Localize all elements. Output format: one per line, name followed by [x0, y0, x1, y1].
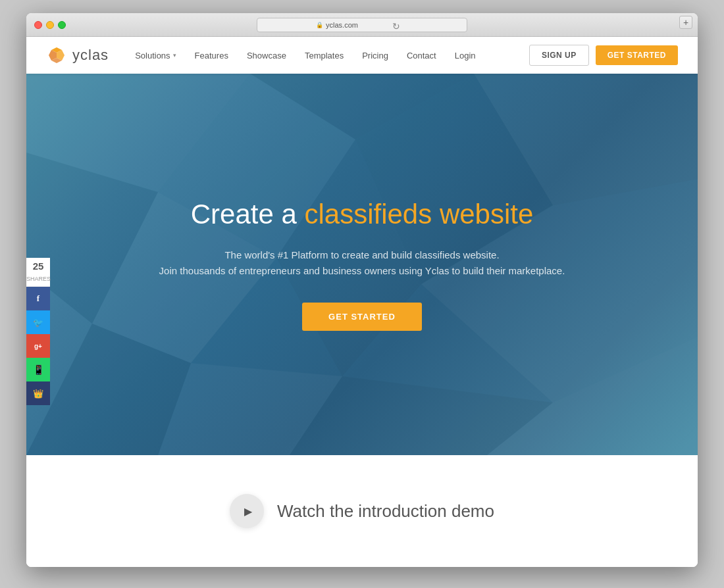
- googleplus-icon: g+: [34, 343, 42, 350]
- browser-window: 🔒 yclas.com ↻ + yclas: [26, 13, 698, 567]
- maximize-button[interactable]: [58, 21, 66, 29]
- hero-section: 25 Shares f 🐦 g+ 📱 👑: [26, 74, 698, 455]
- close-button[interactable]: [34, 21, 42, 29]
- twitter-button[interactable]: 🐦: [26, 310, 50, 334]
- nav-buttons: SIGN UP GET STARTED: [529, 45, 678, 66]
- logo[interactable]: yclas: [46, 45, 109, 66]
- shares-number: 25: [26, 260, 50, 272]
- facebook-icon: f: [37, 293, 39, 304]
- nav-features[interactable]: Features: [195, 51, 228, 61]
- demo-text: Watch the introduction demo: [277, 501, 494, 522]
- demo-section: ▶ Watch the introduction demo: [26, 455, 698, 567]
- facebook-button[interactable]: f: [26, 287, 50, 310]
- twitter-icon: 🐦: [33, 318, 43, 328]
- hero-title-accent: classifieds website: [304, 199, 533, 230]
- browser-titlebar: 🔒 yclas.com ↻ +: [26, 13, 698, 37]
- shares-label: Shares: [26, 276, 51, 282]
- hero-title-before: Create a: [191, 199, 305, 230]
- logo-icon: [46, 45, 67, 66]
- hero-title: Create a classifieds website: [159, 198, 565, 231]
- hero-subtitle-line1: The world's #1 Platform to create and bu…: [224, 249, 499, 260]
- shares-count: 25 Shares: [26, 258, 50, 287]
- address-bar[interactable]: 🔒 yclas.com ↻: [257, 18, 467, 32]
- nav-links: Solutions ▾ Features Showcase Templates …: [135, 51, 529, 61]
- logo-text: yclas: [72, 47, 109, 64]
- whatsapp-icon: 📱: [33, 364, 44, 375]
- whatsapp-button[interactable]: 📱: [26, 358, 50, 381]
- hero-content: Create a classifieds website The world's…: [146, 198, 579, 330]
- hero-subtitle-line2: Join thousands of entrepreneurs and busi…: [159, 265, 565, 276]
- nav-login[interactable]: Login: [455, 51, 476, 61]
- play-button[interactable]: ▶: [230, 494, 264, 528]
- nav-templates[interactable]: Templates: [305, 51, 344, 61]
- getstarted-hero-button[interactable]: GET STARTED: [302, 303, 422, 331]
- dropdown-arrow-icon: ▾: [173, 52, 176, 59]
- traffic-lights: [34, 21, 66, 29]
- nav-contact[interactable]: Contact: [407, 51, 436, 61]
- nav-pricing[interactable]: Pricing: [362, 51, 388, 61]
- nav-showcase[interactable]: Showcase: [247, 51, 286, 61]
- new-tab-button[interactable]: +: [679, 16, 692, 29]
- getstarted-nav-button[interactable]: GET STARTED: [596, 45, 678, 65]
- crown-button[interactable]: 👑: [26, 381, 50, 405]
- webpage: yclas Solutions ▾ Features Showcase Temp…: [26, 37, 698, 567]
- navbar: yclas Solutions ▾ Features Showcase Temp…: [26, 37, 698, 74]
- social-sidebar: 25 Shares f 🐦 g+ 📱 👑: [26, 258, 50, 405]
- hero-subtitle: The world's #1 Platform to create and bu…: [159, 247, 565, 279]
- googleplus-button[interactable]: g+: [26, 334, 50, 358]
- refresh-icon[interactable]: ↻: [392, 21, 400, 32]
- crown-icon: 👑: [33, 389, 43, 399]
- url-text: yclas.com: [326, 21, 358, 29]
- minimize-button[interactable]: [46, 21, 54, 29]
- nav-solutions[interactable]: Solutions ▾: [135, 51, 176, 61]
- signup-button[interactable]: SIGN UP: [529, 45, 589, 66]
- play-icon: ▶: [244, 505, 252, 518]
- lock-icon: 🔒: [316, 22, 323, 28]
